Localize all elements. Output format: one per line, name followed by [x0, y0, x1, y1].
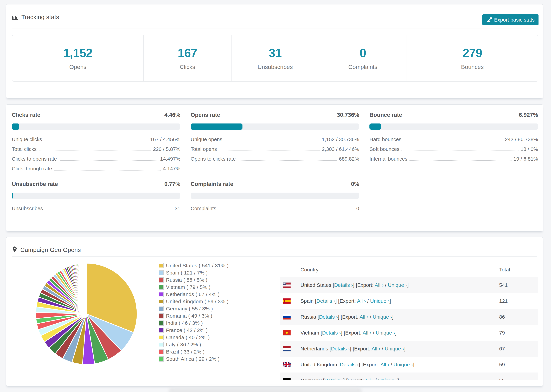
- unsub-detail-row: Unsubscribes31: [12, 203, 180, 213]
- complaints-label: Complaints: [348, 64, 377, 70]
- slash-separator: /: [372, 330, 376, 336]
- details-link[interactable]: Details ›: [322, 330, 341, 336]
- us-flag-icon: [283, 283, 290, 288]
- es-flag-icon: [283, 298, 290, 304]
- country-name: Germany: [300, 378, 323, 380]
- stat-box-complaints: 0 Complaints: [319, 35, 407, 81]
- geo-table-row-nl: Netherlands [Details ›] [Export: All › /…: [280, 341, 538, 357]
- bounce-rate-value: 6.927%: [519, 112, 538, 118]
- dotted-leader: [410, 160, 511, 161]
- bounce-detail-row: Soft bounces18 / 0%: [369, 144, 538, 154]
- legend-item: Germany ( 55 / 3% ): [159, 305, 229, 312]
- legend-swatch-icon: [159, 321, 164, 326]
- legend-item: Romania ( 49 / 3% ): [159, 312, 229, 320]
- country-cell: United Kingdom [Details ›] [Export: All …: [300, 362, 414, 368]
- details-link[interactable]: Details ›: [340, 362, 359, 367]
- export-all-link[interactable]: All ›: [357, 298, 366, 304]
- export-prefix: ] [Export:: [359, 362, 380, 367]
- detail-value: 2,303 / 61.446%: [322, 146, 359, 152]
- export-unique-link[interactable]: Unique ›: [388, 282, 407, 288]
- unsub-rate-title: Unsubscribe rate: [12, 181, 58, 187]
- export-all-link[interactable]: All ›: [363, 330, 372, 336]
- tracking-stats-header: Tracking stats: [12, 13, 59, 21]
- details-link[interactable]: Details ›: [316, 298, 335, 304]
- export-unique-link[interactable]: Unique ›: [394, 362, 413, 367]
- legend-label: Italy ( 36 / 2% ): [166, 342, 201, 348]
- unsub-progress-bar: [12, 193, 180, 199]
- legend-label: Russia ( 86 / 5% ): [166, 277, 207, 283]
- total-cell: 59: [499, 362, 505, 368]
- bounces-count: 279: [463, 46, 482, 60]
- legend-item: Brazil ( 33 / 2% ): [159, 348, 229, 355]
- bounce-progress-fill: [369, 124, 381, 130]
- total-column-header: Total: [499, 267, 510, 273]
- export-all-link[interactable]: All ›: [360, 314, 368, 320]
- unsub-rate-block: Unsubscribe rate0.77%Unsubscribes31: [12, 180, 180, 213]
- bounces-label: Bounces: [461, 64, 484, 70]
- country-cell: Netherlands [Details ›] [Export: All › /…: [300, 346, 406, 352]
- detail-label: Soft bounces: [369, 146, 399, 152]
- export-unique-link[interactable]: Unique ›: [376, 330, 395, 336]
- legend-label: Vietnam ( 79 / 5% ): [166, 284, 211, 290]
- bounce-rate-title: Bounce rate: [369, 112, 402, 118]
- details-link[interactable]: Details ›: [319, 314, 338, 320]
- dotted-leader: [59, 160, 158, 161]
- clicks-label: Clicks: [180, 64, 195, 70]
- legend-swatch-icon: [159, 299, 164, 304]
- geo-table-row-us: United States [Details ›] [Export: All ›…: [280, 277, 538, 293]
- dotted-leader: [238, 160, 337, 161]
- export-unique-link[interactable]: Unique ›: [378, 378, 397, 380]
- export-prefix: ] [Export:: [353, 282, 375, 288]
- detail-label: Total clicks: [12, 146, 37, 152]
- export-all-link[interactable]: All ›: [372, 346, 380, 351]
- unsub-progress-fill: [12, 193, 13, 199]
- legend-item: Netherlands ( 67 / 4% ): [159, 291, 229, 298]
- country-name: Vietnam: [300, 330, 321, 336]
- legend-label: Germany ( 55 / 3% ): [166, 306, 213, 312]
- pie-slice-other: [86, 263, 86, 314]
- clicks-rate-block: Clicks rate4.46%Unique clicks167 / 4.456…: [12, 111, 180, 173]
- export-basic-stats-button[interactable]: Export basic stats: [482, 14, 538, 25]
- export-unique-link[interactable]: Unique ›: [373, 314, 392, 320]
- details-link[interactable]: Details ›: [325, 378, 343, 380]
- unsubscribes-count: 31: [269, 46, 282, 60]
- geo-table: Country Total United States [Details ›] …: [280, 262, 538, 380]
- detail-value: 167 / 4.456%: [150, 136, 180, 142]
- geo-header: Campaign Geo Opens: [12, 246, 81, 254]
- clicks-count: 167: [178, 46, 197, 60]
- bracket: ]: [395, 330, 396, 336]
- geo-table-header: Country Total: [280, 262, 538, 277]
- complaints-rate-block: Complaints rate0%Complaints0: [191, 180, 359, 213]
- clicks-progress-bar: [12, 124, 180, 130]
- legend-item: Canada ( 40 / 2% ): [159, 334, 229, 341]
- dotted-leader: [219, 151, 320, 151]
- legend-swatch-icon: [159, 313, 164, 318]
- bracket: [: [333, 282, 334, 288]
- opens-rate-title: Opens rate: [191, 112, 220, 118]
- bounce-detail-row: Hard bounces242 / 86.738%: [369, 134, 538, 144]
- export-all-link[interactable]: All ›: [375, 282, 384, 288]
- country-name: United States: [300, 282, 333, 288]
- details-link[interactable]: Details ›: [331, 346, 350, 351]
- country-cell: United States [Details ›] [Export: All ›…: [300, 282, 409, 288]
- detail-value: 1,152 / 30.736%: [322, 136, 359, 142]
- detail-label: Hard bounces: [369, 136, 402, 142]
- export-all-link[interactable]: All ›: [380, 362, 389, 367]
- export-unique-link[interactable]: Unique ›: [370, 298, 389, 304]
- legend-item: Russia ( 86 / 5% ): [159, 276, 229, 284]
- bar-chart-icon: [12, 14, 19, 21]
- opens-detail-row: Total opens2,303 / 61.446%: [191, 144, 359, 154]
- export-unique-link[interactable]: Unique ›: [385, 346, 404, 351]
- detail-label: Total opens: [191, 146, 217, 152]
- complaints-rate-value: 0%: [351, 181, 359, 187]
- legend-item: United States ( 541 / 31% ): [159, 262, 229, 269]
- opens-progress-bar: [191, 124, 359, 130]
- export-all-link[interactable]: All ›: [365, 378, 374, 380]
- stat-box-bounces: 279 Bounces: [407, 35, 538, 81]
- clicks-detail-row: Clicks to opens rate14.497%: [12, 154, 180, 164]
- legend-item: Spain ( 121 / 7% ): [159, 269, 229, 276]
- country-cell: Vietnam [Details ›] [Export: All › / Uni…: [300, 330, 396, 336]
- detail-value: 0: [356, 206, 359, 211]
- details-link[interactable]: Details ›: [334, 282, 353, 288]
- country-cell: Spain [Details ›] [Export: All › / Uniqu…: [300, 298, 391, 304]
